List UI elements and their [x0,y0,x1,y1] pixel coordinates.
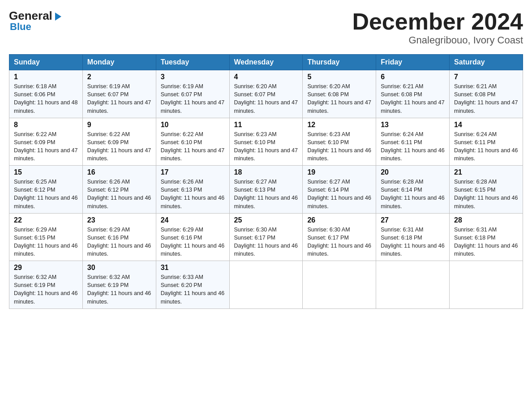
header-monday: Monday [82,55,156,70]
day-number: 22 [14,216,78,224]
day-info: Sunrise: 6:29 AMSunset: 6:16 PMDaylight:… [87,226,151,258]
calendar-cell: 3Sunrise: 6:19 AMSunset: 6:07 PMDaylight… [156,70,229,118]
calendar-cell: 8Sunrise: 6:22 AMSunset: 6:09 PMDaylight… [9,118,83,166]
day-number: 19 [307,168,371,176]
calendar-cell [229,261,303,309]
calendar-cell: 11Sunrise: 6:23 AMSunset: 6:10 PMDayligh… [229,118,303,166]
day-info: Sunrise: 6:32 AMSunset: 6:19 PMDaylight:… [87,273,151,306]
header-wednesday: Wednesday [229,55,303,70]
calendar-cell: 24Sunrise: 6:29 AMSunset: 6:16 PMDayligh… [156,213,229,261]
day-number: 5 [307,73,371,81]
calendar-cell: 30Sunrise: 6:32 AMSunset: 6:19 PMDayligh… [82,261,156,309]
calendar-header-row: SundayMondayTuesdayWednesdayThursdayFrid… [9,55,523,70]
calendar-week-row: 29Sunrise: 6:32 AMSunset: 6:19 PMDayligh… [9,261,523,309]
day-number: 25 [234,216,298,224]
day-number: 20 [381,168,445,176]
calendar-cell: 26Sunrise: 6:30 AMSunset: 6:17 PMDayligh… [303,213,376,261]
day-number: 31 [161,264,225,272]
calendar-cell: 18Sunrise: 6:27 AMSunset: 6:13 PMDayligh… [229,166,303,214]
day-info: Sunrise: 6:28 AMSunset: 6:14 PMDaylight:… [381,178,445,210]
calendar-cell [450,261,523,309]
day-number: 7 [454,73,518,81]
day-number: 8 [14,121,78,129]
calendar-cell [376,261,450,309]
day-info: Sunrise: 6:27 AMSunset: 6:13 PMDaylight:… [234,178,298,210]
calendar-cell: 6Sunrise: 6:21 AMSunset: 6:08 PMDaylight… [376,70,450,118]
calendar-cell: 1Sunrise: 6:18 AMSunset: 6:06 PMDaylight… [9,70,83,118]
day-number: 29 [14,264,78,272]
day-info: Sunrise: 6:22 AMSunset: 6:09 PMDaylight:… [87,130,151,163]
day-info: Sunrise: 6:23 AMSunset: 6:10 PMDaylight:… [234,130,298,163]
calendar-cell: 29Sunrise: 6:32 AMSunset: 6:19 PMDayligh… [9,261,83,309]
day-info: Sunrise: 6:23 AMSunset: 6:10 PMDaylight:… [307,130,371,163]
day-number: 4 [234,73,298,81]
day-info: Sunrise: 6:31 AMSunset: 6:18 PMDaylight:… [454,226,518,258]
calendar-cell: 27Sunrise: 6:31 AMSunset: 6:18 PMDayligh… [376,213,450,261]
calendar-cell: 16Sunrise: 6:26 AMSunset: 6:12 PMDayligh… [82,166,156,214]
day-number: 2 [87,73,151,81]
calendar-table: SundayMondayTuesdayWednesdayThursdayFrid… [9,54,523,309]
day-number: 6 [381,73,445,81]
calendar-cell: 31Sunrise: 6:33 AMSunset: 6:20 PMDayligh… [156,261,229,309]
day-number: 16 [87,168,151,176]
day-info: Sunrise: 6:32 AMSunset: 6:19 PMDaylight:… [14,273,78,306]
day-number: 9 [87,121,151,129]
day-number: 30 [87,264,151,272]
day-info: Sunrise: 6:28 AMSunset: 6:15 PMDaylight:… [454,178,518,210]
day-info: Sunrise: 6:26 AMSunset: 6:12 PMDaylight:… [87,178,151,210]
day-number: 1 [14,73,78,81]
day-info: Sunrise: 6:24 AMSunset: 6:11 PMDaylight:… [454,130,518,163]
day-info: Sunrise: 6:30 AMSunset: 6:17 PMDaylight:… [234,226,298,258]
calendar-cell: 9Sunrise: 6:22 AMSunset: 6:09 PMDaylight… [82,118,156,166]
day-info: Sunrise: 6:22 AMSunset: 6:10 PMDaylight:… [161,130,225,163]
day-info: Sunrise: 6:30 AMSunset: 6:17 PMDaylight:… [307,226,371,258]
calendar-week-row: 8Sunrise: 6:22 AMSunset: 6:09 PMDaylight… [9,118,523,166]
day-number: 24 [161,216,225,224]
day-number: 17 [161,168,225,176]
calendar-cell: 20Sunrise: 6:28 AMSunset: 6:14 PMDayligh… [376,166,450,214]
calendar-cell: 22Sunrise: 6:29 AMSunset: 6:15 PMDayligh… [9,213,83,261]
day-info: Sunrise: 6:19 AMSunset: 6:07 PMDaylight:… [161,82,225,115]
day-number: 3 [161,73,225,81]
calendar-cell: 4Sunrise: 6:20 AMSunset: 6:07 PMDaylight… [229,70,303,118]
day-number: 14 [454,121,518,129]
header-saturday: Saturday [450,55,523,70]
day-info: Sunrise: 6:21 AMSunset: 6:08 PMDaylight:… [454,82,518,115]
day-info: Sunrise: 6:20 AMSunset: 6:08 PMDaylight:… [307,82,371,115]
calendar-cell: 5Sunrise: 6:20 AMSunset: 6:08 PMDaylight… [303,70,376,118]
header-friday: Friday [376,55,450,70]
page-title: December 2024 [352,9,523,34]
logo-blue-text: Blue [10,21,31,33]
calendar-cell: 25Sunrise: 6:30 AMSunset: 6:17 PMDayligh… [229,213,303,261]
calendar-cell: 10Sunrise: 6:22 AMSunset: 6:10 PMDayligh… [156,118,229,166]
header-thursday: Thursday [303,55,376,70]
day-number: 27 [381,216,445,224]
day-number: 18 [234,168,298,176]
calendar-week-row: 1Sunrise: 6:18 AMSunset: 6:06 PMDaylight… [9,70,523,118]
calendar-week-row: 15Sunrise: 6:25 AMSunset: 6:12 PMDayligh… [9,166,523,214]
logo: General Blue [9,9,63,33]
day-info: Sunrise: 6:21 AMSunset: 6:08 PMDaylight:… [381,82,445,115]
day-info: Sunrise: 6:29 AMSunset: 6:15 PMDaylight:… [14,226,78,258]
day-number: 21 [454,168,518,176]
header-sunday: Sunday [9,55,83,70]
day-info: Sunrise: 6:27 AMSunset: 6:14 PMDaylight:… [307,178,371,210]
page-subtitle: Gnalegribouo, Ivory Coast [352,34,523,46]
day-info: Sunrise: 6:22 AMSunset: 6:09 PMDaylight:… [14,130,78,163]
header-tuesday: Tuesday [156,55,229,70]
day-info: Sunrise: 6:25 AMSunset: 6:12 PMDaylight:… [14,178,78,210]
calendar-cell: 19Sunrise: 6:27 AMSunset: 6:14 PMDayligh… [303,166,376,214]
day-number: 28 [454,216,518,224]
day-number: 15 [14,168,78,176]
calendar-week-row: 22Sunrise: 6:29 AMSunset: 6:15 PMDayligh… [9,213,523,261]
day-number: 23 [87,216,151,224]
calendar-cell: 23Sunrise: 6:29 AMSunset: 6:16 PMDayligh… [82,213,156,261]
page-header: General Blue December 2024 Gnalegribouo,… [9,9,523,46]
day-number: 11 [234,121,298,129]
calendar-cell: 2Sunrise: 6:19 AMSunset: 6:07 PMDaylight… [82,70,156,118]
calendar-cell: 21Sunrise: 6:28 AMSunset: 6:15 PMDayligh… [450,166,523,214]
day-info: Sunrise: 6:24 AMSunset: 6:11 PMDaylight:… [381,130,445,163]
title-block: December 2024 Gnalegribouo, Ivory Coast [352,9,523,46]
svg-marker-0 [55,13,61,21]
calendar-cell: 7Sunrise: 6:21 AMSunset: 6:08 PMDaylight… [450,70,523,118]
